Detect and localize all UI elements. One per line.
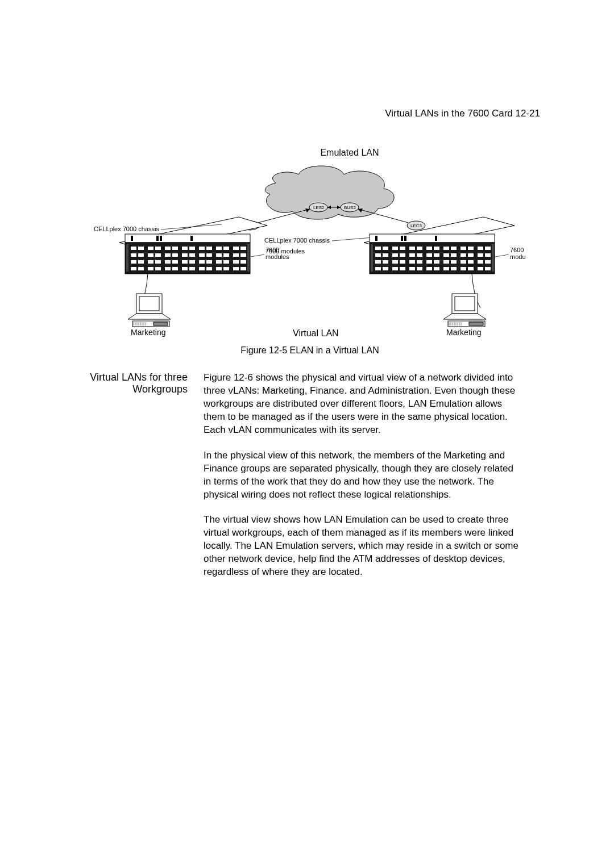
svg-rect-57	[131, 267, 136, 270]
svg-rect-80	[383, 247, 388, 250]
svg-rect-14	[190, 236, 193, 241]
svg-rect-104	[468, 253, 474, 257]
svg-rect-124	[400, 267, 405, 270]
elan-title: Emulated LAN	[94, 148, 526, 158]
svg-rect-112	[417, 260, 422, 264]
svg-rect-89	[460, 247, 466, 250]
svg-rect-100	[434, 253, 439, 257]
svg-rect-76	[401, 236, 403, 241]
svg-rect-129	[443, 267, 449, 270]
svg-rect-108	[383, 260, 388, 264]
svg-rect-25	[216, 247, 222, 250]
para-1: Figure 12-6 shows the physical and virtu…	[204, 372, 522, 437]
svg-rect-31	[148, 253, 154, 257]
workstation-right-icon	[443, 274, 486, 327]
svg-rect-78	[435, 236, 437, 241]
svg-rect-9	[125, 234, 250, 243]
svg-rect-126	[417, 267, 422, 270]
svg-rect-19	[165, 247, 171, 250]
svg-rect-58	[138, 267, 144, 270]
svg-rect-35	[182, 253, 188, 257]
svg-rect-70	[240, 267, 246, 270]
svg-rect-135	[371, 244, 373, 272]
svg-rect-91	[478, 247, 483, 250]
svg-rect-95	[392, 253, 398, 257]
section-body: Figure 12-6 shows the physical and virtu…	[204, 372, 522, 591]
svg-rect-24	[206, 247, 212, 250]
svg-rect-64	[189, 267, 195, 270]
svg-rect-166	[469, 322, 483, 326]
marketing-left-label: Marketing	[131, 328, 165, 337]
svg-rect-37	[199, 253, 205, 257]
svg-rect-116	[451, 260, 457, 264]
svg-rect-153	[154, 322, 168, 326]
svg-rect-84	[417, 247, 422, 250]
svg-rect-63	[182, 267, 188, 270]
diagram-svg: LES2 BUS2 LEC2 LEC3 CELLplex 7000 chas	[94, 160, 526, 342]
chassis-label-left: CELLplex 7000 chassis	[94, 226, 159, 232]
svg-rect-101	[443, 253, 449, 257]
svg-rect-85	[426, 247, 432, 250]
svg-rect-125	[409, 267, 415, 270]
svg-rect-41	[233, 253, 239, 257]
svg-rect-93	[375, 253, 381, 257]
svg-rect-81	[392, 247, 398, 250]
svg-rect-60	[155, 267, 161, 270]
svg-line-139	[495, 254, 509, 257]
svg-rect-29	[131, 253, 136, 257]
svg-rect-103	[460, 253, 466, 257]
bus2-label: BUS2	[344, 205, 356, 210]
svg-rect-15	[131, 247, 136, 250]
para-3: The virtual view shows how LAN Emulation…	[204, 514, 522, 579]
svg-rect-56	[240, 260, 246, 264]
svg-rect-121	[375, 267, 381, 270]
svg-rect-39	[216, 253, 222, 257]
figure-caption: Figure 12-5 ELAN in a Virtual LAN	[94, 345, 526, 356]
virtual-lan-label: Virtual LAN	[293, 328, 339, 338]
svg-rect-17	[148, 247, 154, 250]
svg-rect-61	[165, 267, 171, 270]
svg-rect-97	[409, 253, 415, 257]
workstation-left-icon	[128, 274, 171, 327]
svg-rect-28	[240, 247, 246, 250]
cloud-icon	[265, 166, 394, 219]
svg-rect-26	[223, 247, 229, 250]
svg-rect-65	[199, 267, 205, 270]
svg-rect-34	[172, 253, 178, 257]
svg-rect-110	[400, 260, 405, 264]
svg-rect-69	[233, 267, 239, 270]
svg-rect-62	[172, 267, 178, 270]
svg-rect-47	[165, 260, 171, 264]
svg-rect-33	[165, 253, 171, 257]
svg-rect-88	[451, 247, 457, 250]
svg-rect-44	[138, 260, 144, 264]
svg-line-8	[332, 237, 372, 241]
svg-rect-87	[443, 247, 449, 250]
svg-rect-122	[383, 267, 388, 270]
svg-rect-136	[492, 244, 494, 272]
svg-rect-133	[478, 267, 483, 270]
svg-rect-27	[233, 247, 239, 250]
svg-rect-59	[148, 267, 154, 270]
svg-rect-118	[468, 260, 474, 264]
svg-rect-36	[189, 253, 195, 257]
svg-rect-68	[223, 267, 229, 270]
svg-rect-54	[223, 260, 229, 264]
svg-rect-83	[409, 247, 415, 250]
svg-rect-142	[139, 297, 159, 311]
svg-rect-11	[131, 236, 133, 241]
svg-rect-130	[451, 267, 457, 270]
svg-rect-48	[172, 260, 178, 264]
left-chassis-icon	[125, 234, 250, 274]
svg-rect-45	[148, 260, 154, 264]
svg-rect-72	[247, 244, 250, 272]
svg-text:7600modules: 7600modules	[510, 247, 526, 260]
svg-rect-105	[478, 253, 483, 257]
svg-rect-51	[199, 260, 205, 264]
svg-rect-22	[189, 247, 195, 250]
svg-rect-30	[138, 253, 144, 257]
svg-rect-77	[404, 236, 406, 241]
svg-rect-86	[434, 247, 439, 250]
svg-rect-16	[138, 247, 144, 250]
svg-rect-114	[434, 260, 439, 264]
